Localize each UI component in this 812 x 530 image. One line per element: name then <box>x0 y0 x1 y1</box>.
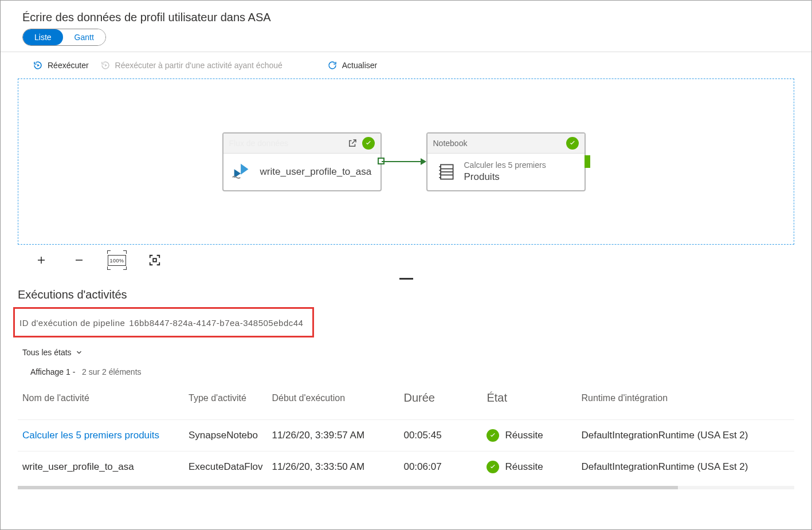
cell-activity-type: SynapseNotebo <box>184 420 267 452</box>
zoom-reset-button[interactable]: 100% <box>109 253 124 268</box>
node-dataflow-type: Flux de données <box>229 139 289 148</box>
rerun-failed-button: Réexécuter à partir d'une activité ayant… <box>97 58 286 73</box>
rerun-icon <box>33 60 43 70</box>
cell-activity-name[interactable]: Calculer les 5 premiers produits <box>18 420 184 452</box>
rerun-failed-icon <box>100 60 111 70</box>
col-activity-name[interactable]: Nom de l'activité <box>18 383 184 420</box>
cell-status: Réussite <box>482 420 576 452</box>
display-count: Affichage 1 - 2 sur 2 éléments <box>1 362 811 383</box>
success-icon <box>362 137 375 150</box>
view-toggle-gantt[interactable]: Gantt <box>63 29 105 45</box>
status-filter-label: Tous les états <box>22 348 72 357</box>
node-notebook-type: Notebook <box>433 139 468 148</box>
cell-run-start: 11/26/20, 3:33:50 AM <box>267 452 399 483</box>
success-icon <box>487 461 499 473</box>
cell-status: Réussite <box>482 452 576 483</box>
refresh-icon <box>327 60 338 70</box>
node-dataflow[interactable]: Flux de données write_user_profile_to_as… <box>222 132 382 191</box>
dataflow-icon <box>230 160 253 183</box>
col-status[interactable]: État <box>482 383 576 420</box>
pipeline-canvas[interactable]: Flux de données write_user_profile_to_as… <box>18 78 794 245</box>
open-external-icon[interactable] <box>347 138 358 148</box>
svg-rect-8 <box>153 258 156 262</box>
zoom-in-button[interactable] <box>34 253 49 268</box>
pipeline-run-id-value: 16bb8447-824a-4147-b7ea-348505ebdc44 <box>129 318 303 328</box>
node-dataflow-title: write_user_profile_to_asa <box>260 166 372 178</box>
zoom-fit-button[interactable] <box>147 253 162 268</box>
success-icon <box>566 137 579 150</box>
view-toggle-list[interactable]: Liste <box>23 29 63 45</box>
refresh-label: Actualiser <box>342 61 377 70</box>
cell-run-start: 11/26/20, 3:39:57 AM <box>267 420 399 452</box>
table-row: write_user_profile_to_asa ExecuteDataFlo… <box>18 452 794 483</box>
activity-runs-table: Nom de l'activité Type d'activité Début … <box>18 383 794 482</box>
zoom-pct-label: 100% <box>108 255 125 266</box>
rerun-button[interactable]: Réexécuter <box>29 58 92 73</box>
rerun-failed-label: Réexécuter à partir d'une activité ayant… <box>115 61 283 70</box>
node-notebook-line1: Calculer les 5 premiers <box>464 160 546 171</box>
status-filter[interactable]: Tous les états <box>1 341 811 362</box>
col-activity-type[interactable]: Type d'activité <box>184 383 267 420</box>
cell-integration-runtime: DefaultIntegrationRuntime (USA Est 2) <box>576 420 794 452</box>
node-notebook-line2: Produits <box>464 171 546 183</box>
horizontal-scrollbar[interactable] <box>18 486 794 489</box>
pipeline-run-id-box: ID d'exécution de pipeline 16bb8447-824a… <box>13 307 314 337</box>
rerun-label: Réexécuter <box>48 61 89 70</box>
chevron-down-icon <box>75 348 83 356</box>
cell-duration: 00:05:45 <box>399 420 482 452</box>
col-integration-runtime[interactable]: Runtime d'intégration <box>576 383 794 420</box>
action-bar: Réexécuter Réexécuter à partir d'une act… <box>1 52 811 78</box>
cell-integration-runtime: DefaultIntegrationRuntime (USA Est 2) <box>576 452 794 483</box>
pipeline-run-id-label: ID d'exécution de pipeline <box>19 318 125 328</box>
view-toggle: Liste Gantt <box>22 29 106 46</box>
cell-duration: 00:06:07 <box>399 452 482 483</box>
node-notebook[interactable]: Notebook Calculer les 5 premiers Produit… <box>426 132 586 191</box>
cell-activity-type: ExecuteDataFlov <box>184 452 267 483</box>
cell-activity-name: write_user_profile_to_asa <box>18 452 184 483</box>
page-title: Écrire des données de profil utilisateur… <box>1 1 811 29</box>
col-run-start[interactable]: Début d'exécution <box>267 383 399 420</box>
node-end-handle[interactable] <box>585 155 590 168</box>
activity-section-title: Exécutions d'activités <box>1 284 811 306</box>
notebook-icon <box>434 160 457 183</box>
col-duration[interactable]: Durée <box>399 383 482 420</box>
zoom-out-button[interactable] <box>72 253 87 268</box>
refresh-button[interactable]: Actualiser <box>324 58 380 73</box>
panel-resizer[interactable] <box>1 276 811 281</box>
table-row: Calculer les 5 premiers produits Synapse… <box>18 420 794 452</box>
success-icon <box>487 429 499 442</box>
zoom-controls: 100% <box>1 253 811 268</box>
